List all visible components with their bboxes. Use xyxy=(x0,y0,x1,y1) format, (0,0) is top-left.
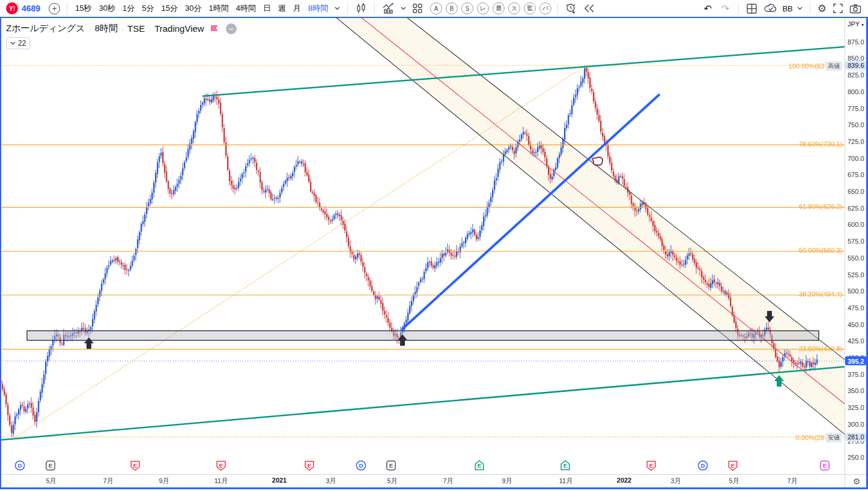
quick-button-ス[interactable]: ス xyxy=(508,2,520,14)
candle-body xyxy=(128,270,129,271)
layout-chevron-icon[interactable] xyxy=(794,5,806,11)
candle-body xyxy=(124,265,126,270)
event-badge-e-down[interactable]: E xyxy=(216,460,226,474)
time-axis[interactable]: 5月7月9月11月20213月5月7月9月11月20223月5月7月 xyxy=(0,475,845,488)
candle-body xyxy=(279,193,281,198)
undo-icon[interactable]: ↶ xyxy=(699,3,717,14)
time-label-11月: 11月 xyxy=(559,477,572,486)
timeframe-30分[interactable]: 30分 xyxy=(181,1,205,16)
toolbar-separator xyxy=(738,2,739,14)
price-tick-350.0: 350.0 xyxy=(845,387,866,394)
svg-text:D: D xyxy=(18,462,22,469)
timeframe-1分[interactable]: 1分 xyxy=(119,1,138,16)
quick-button-監[interactable]: 監 xyxy=(524,2,536,14)
alert-add-icon[interactable] xyxy=(562,1,580,16)
candle-body xyxy=(667,255,668,257)
indicators-icon[interactable] xyxy=(379,1,398,16)
timeframe-30秒[interactable]: 30秒 xyxy=(96,1,119,16)
candle-body xyxy=(333,215,335,219)
quick-button-レ[interactable]: レ xyxy=(477,2,489,14)
candle-body xyxy=(148,203,149,206)
timeframe-日[interactable]: 日 xyxy=(259,1,275,16)
event-badge-e-down[interactable]: E xyxy=(130,460,141,474)
settings-gear-icon[interactable]: ⚙ xyxy=(815,1,830,16)
candle-body xyxy=(119,262,120,262)
candle-body xyxy=(362,262,363,267)
candle-body xyxy=(537,148,538,152)
indicators-chevron-icon[interactable] xyxy=(398,5,409,11)
candle-body xyxy=(117,257,118,262)
timeframe-dropdown-chevron-icon[interactable] xyxy=(332,5,343,11)
candle-body xyxy=(337,214,338,216)
timeframe-5分[interactable]: 5分 xyxy=(138,1,157,16)
quick-button-B[interactable]: B xyxy=(446,2,458,14)
cloud-save-icon[interactable] xyxy=(760,2,781,15)
candle-body xyxy=(157,163,158,174)
multichart-layout-icon[interactable] xyxy=(743,2,760,16)
event-badge-d-circle[interactable]: D xyxy=(697,460,708,474)
quick-button-バ[interactable]: バ xyxy=(539,2,551,14)
quick-button-A[interactable]: A xyxy=(430,2,442,14)
timeframe-15分[interactable]: 15分 xyxy=(158,1,181,16)
price-chart-canvas[interactable] xyxy=(0,18,845,474)
indicator-count-chip[interactable]: 22 xyxy=(6,37,30,49)
candle-body xyxy=(269,190,270,193)
replay-icon[interactable] xyxy=(580,2,598,14)
candle-style-icon[interactable] xyxy=(352,1,370,16)
candle-body xyxy=(258,171,259,172)
event-badge-e-square[interactable]: E xyxy=(386,460,396,474)
support-zone-box[interactable] xyxy=(27,331,819,340)
candle-body xyxy=(186,157,187,161)
layout-grid-icon[interactable] xyxy=(409,2,426,15)
timeframe-月[interactable]: 月 xyxy=(290,1,305,16)
candle-body xyxy=(602,133,603,137)
candle-body xyxy=(231,181,232,185)
trendline-green-lower[interactable] xyxy=(0,367,845,440)
candle-body xyxy=(815,363,816,365)
redo-icon[interactable]: ↷ xyxy=(717,3,734,14)
snapshot-camera-icon[interactable] xyxy=(846,2,864,15)
candle-body xyxy=(710,283,711,288)
event-badge-e-down[interactable]: E xyxy=(727,460,738,474)
event-badge-e-up[interactable]: E xyxy=(560,460,571,474)
candle-body xyxy=(501,161,502,161)
symbol-code[interactable]: 4689 xyxy=(22,4,40,13)
timeframe-15秒[interactable]: 15秒 xyxy=(71,1,95,16)
candle-body xyxy=(204,98,205,103)
candle-body xyxy=(314,193,315,196)
timeframe-1時間[interactable]: 1時間 xyxy=(205,1,232,16)
candle-body xyxy=(474,230,475,235)
currency-selector[interactable]: JPY ▾ xyxy=(845,20,866,28)
event-badge-d-circle[interactable]: D xyxy=(14,460,25,474)
event-badge-e-square[interactable]: E xyxy=(819,460,830,474)
timeframe-active[interactable]: 8時間 xyxy=(305,1,332,16)
price-tick-875.0: 875.0 xyxy=(845,38,866,46)
axis-settings-corner[interactable]: ⚙ xyxy=(845,475,868,488)
event-badge-e-square[interactable]: E xyxy=(45,460,56,474)
event-badge-e-up[interactable]: E xyxy=(474,460,485,474)
compare-add-icon[interactable]: + xyxy=(49,3,60,14)
price-axis[interactable]: JPY ▾ 875.0850.0825.0800.0775.0750.0725.… xyxy=(845,18,866,474)
event-badge-e-down[interactable]: E xyxy=(646,460,657,474)
quick-button-S[interactable]: S xyxy=(461,2,473,14)
event-badge-d-circle[interactable]: D xyxy=(356,460,366,474)
candle-body xyxy=(315,195,317,202)
price-tick-750.0: 750.0 xyxy=(845,121,866,128)
event-badge-e-down[interactable]: E xyxy=(304,460,315,474)
candle-body xyxy=(591,89,592,91)
timeframe-4時間[interactable]: 4時間 xyxy=(232,1,259,16)
timeframe-週[interactable]: 週 xyxy=(275,1,290,16)
candle-body xyxy=(245,166,246,172)
candle-body xyxy=(105,274,106,280)
flag-icon[interactable] xyxy=(210,25,219,32)
chart-legend[interactable]: Zホールディングス · 8時間 · TSE · TradingView – xyxy=(6,23,237,34)
trendline-green-upper[interactable] xyxy=(203,47,845,96)
candle-body xyxy=(144,215,145,222)
axis-gear-icon[interactable]: ⚙ xyxy=(853,477,861,486)
fullscreen-icon[interactable] xyxy=(830,2,846,15)
quick-button-最[interactable]: 最 xyxy=(493,2,505,14)
yahoo-logo-icon[interactable]: Y! xyxy=(6,2,18,14)
candle-body xyxy=(146,207,147,214)
layout-name-label[interactable]: BB xyxy=(782,4,792,13)
hide-legend-icon[interactable]: – xyxy=(226,23,237,34)
